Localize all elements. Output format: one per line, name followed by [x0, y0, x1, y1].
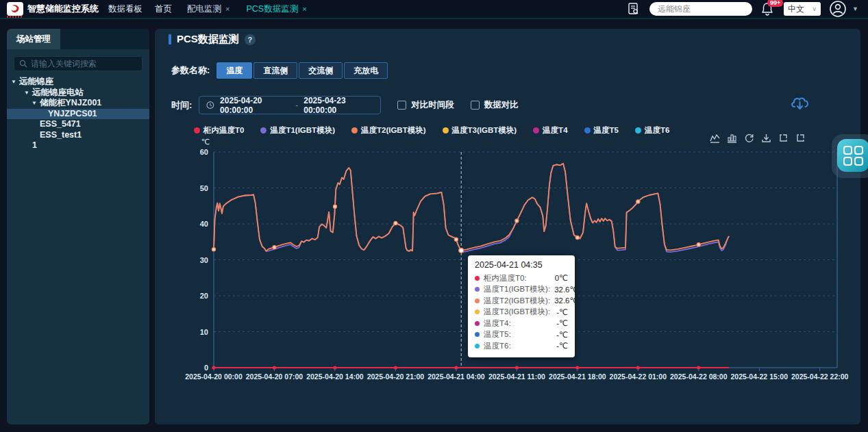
station-tree: ▼远能锦座▼远能锦座电站▼储能柜YNJZ001YNJZPCS01ESS_5471… — [7, 77, 149, 151]
station-search-input[interactable] — [649, 2, 752, 16]
tree-node-1[interactable]: 1 — [7, 140, 149, 151]
tree-expand-icon[interactable]: ▼ — [24, 88, 29, 99]
series-name: 温度T2(IGBT模块): — [484, 296, 550, 306]
page-title: PCS数据监测 — [177, 33, 239, 46]
app-grid-icon — [843, 146, 863, 166]
sidebar-search — [14, 56, 142, 71]
series-value: -℃ — [556, 330, 568, 340]
legend-dot — [351, 127, 358, 134]
checkbox-group: 对比时间段数据对比 — [381, 99, 519, 111]
param-tab-交流侧[interactable]: 交流侧 — [299, 62, 343, 79]
export-download-button[interactable] — [788, 92, 815, 116]
nav-tab-0[interactable]: 配电监测× — [187, 3, 230, 15]
nav-tab-label: 配电监测 — [187, 3, 221, 15]
series-value: 32.6℃ — [554, 285, 578, 294]
series-dot — [475, 332, 480, 337]
tree-expand-icon[interactable]: ▼ — [11, 77, 16, 88]
svg-text:2025-04-21 18:00: 2025-04-21 18:00 — [549, 372, 606, 381]
checkbox-数据对比[interactable]: 数据对比 — [471, 99, 519, 111]
sidebar-tabstrip: 场站管理 — [7, 29, 149, 49]
tooltip-row: 温度T2(IGBT模块):32.6℃ — [475, 295, 568, 307]
param-tab-直流侧[interactable]: 直流侧 — [253, 62, 297, 79]
chevron-down-icon: ∨ — [812, 5, 817, 12]
time-start-value: 2025-04-20 00:00:00 — [220, 96, 290, 115]
avatar[interactable] — [829, 0, 847, 18]
floating-quick-menu-button[interactable] — [837, 139, 868, 172]
tree-node-ESS_5471[interactable]: ESS_5471 — [7, 119, 149, 130]
legend-item-温度T2(IGBT模块)[interactable]: 温度T2(IGBT模块) — [351, 125, 426, 136]
svg-text:2025-04-22 01:00: 2025-04-22 01:00 — [610, 372, 667, 381]
close-icon[interactable]: × — [225, 5, 230, 13]
legend-item-温度T5[interactable]: 温度T5 — [584, 125, 619, 136]
series-value: -℃ — [556, 307, 568, 317]
legend-item-温度T6[interactable]: 温度T6 — [635, 125, 669, 136]
series-dot — [475, 287, 480, 292]
tooltip-rows: 柜内温度T0:0℃温度T1(IGBT模块):32.6℃温度T2(IGBT模块):… — [475, 272, 568, 352]
tree-node-label: ESS_test1 — [7, 130, 82, 141]
tree-node-远能锦座电站[interactable]: ▼远能锦座电站 — [7, 88, 149, 99]
svg-text:2025-04-20 14:00: 2025-04-20 14:00 — [306, 372, 364, 381]
legend-label: 温度T2(IGBT模块) — [361, 125, 426, 136]
logo-subtext — [7, 16, 23, 18]
checkbox-box[interactable] — [471, 101, 480, 110]
legend-label: 温度T5 — [594, 125, 619, 136]
chart-legend: 柜内温度T0温度T1(IGBT模块)温度T2(IGBT模块)温度T3(IGBT模… — [194, 125, 669, 136]
svg-text:20: 20 — [200, 292, 208, 300]
param-row: 参数名称: 温度直流侧交流侧充放电 — [171, 62, 388, 79]
tree-node-YNJZPCS01[interactable]: YNJZPCS01 — [7, 109, 149, 120]
legend-dot — [194, 127, 200, 134]
tree-node-label: 储能柜YNJZ001 — [7, 98, 101, 109]
tooltip-row: 温度T5:-℃ — [475, 329, 568, 341]
nav-tab-1[interactable]: PCS数据监测× — [246, 3, 306, 15]
help-icon[interactable]: ? — [245, 34, 256, 45]
svg-text:2025-04-22 22:00: 2025-04-22 22:00 — [791, 372, 849, 381]
station-sidebar: 场站管理 ▼远能锦座▼远能锦座电站▼储能柜YNJZ001YNJZPCS01ESS… — [7, 29, 149, 424]
param-tab-温度[interactable]: 温度 — [216, 62, 252, 79]
nav-menu-item-0[interactable]: 数据看板 — [108, 3, 142, 15]
legend-item-温度T3(IGBT模块)[interactable]: 温度T3(IGBT模块) — [443, 125, 517, 136]
page-title-row: PCS数据监测 ? — [169, 33, 256, 46]
checkbox-label: 对比时间段 — [411, 99, 454, 111]
notification-bell[interactable]: 99+ — [760, 1, 776, 16]
svg-text:50: 50 — [200, 184, 208, 192]
tree-node-远能锦座[interactable]: ▼远能锦座 — [7, 77, 149, 88]
param-label: 参数名称: — [171, 64, 210, 77]
checkbox-box[interactable] — [397, 101, 406, 110]
series-name: 温度T5: — [484, 329, 511, 340]
tree-node-储能柜YNJZ001[interactable]: ▼储能柜YNJZ001 — [7, 98, 149, 109]
legend-dot — [635, 127, 641, 134]
navbar-right: 99+ 中文 ∨ ▼ — [626, 0, 868, 18]
series-dot — [475, 344, 480, 348]
param-tab-group: 温度直流侧交流侧充放电 — [216, 62, 388, 79]
svg-text:30: 30 — [200, 256, 208, 264]
legend-dot — [260, 127, 266, 134]
tree-node-ESS_test1[interactable]: ESS_test1 — [7, 130, 149, 141]
tooltip-row: 柜内温度T0:0℃ — [475, 272, 568, 284]
sidebar-search-input[interactable] — [31, 59, 137, 68]
series-value: 32.6℃ — [554, 296, 578, 305]
language-select[interactable]: 中文 ∨ — [784, 2, 821, 16]
time-label: 时间: — [171, 99, 192, 112]
user-menu-caret-icon[interactable]: ▼ — [852, 5, 858, 12]
tree-expand-icon[interactable]: ▼ — [32, 98, 37, 109]
legend-label: 温度T6 — [645, 125, 669, 136]
main-panel: PCS数据监测 ? 参数名称: 温度直流侧交流侧充放电 时间: 2025-04-… — [155, 29, 860, 424]
legend-dot — [443, 127, 449, 134]
svg-text:60: 60 — [200, 148, 208, 156]
report-icon[interactable] — [626, 1, 641, 16]
tree-node-label: YNJZPCS01 — [7, 109, 97, 120]
time-range-input[interactable]: 2025-04-20 00:00:00 - 2025-04-23 00:00:0… — [199, 96, 381, 114]
legend-item-温度T1(IGBT模块)[interactable]: 温度T1(IGBT模块) — [260, 125, 335, 136]
logo-swoosh-icon — [9, 3, 21, 14]
series-dot — [475, 298, 480, 303]
checkbox-对比时间段[interactable]: 对比时间段 — [397, 99, 454, 111]
nav-menu-item-1[interactable]: 首页 — [155, 3, 172, 15]
legend-label: 柜内温度T0 — [203, 125, 244, 136]
param-tab-充放电[interactable]: 充放电 — [344, 62, 388, 79]
close-icon[interactable]: × — [302, 5, 306, 13]
legend-item-温度T4[interactable]: 温度T4 — [533, 125, 567, 136]
legend-label: 温度T1(IGBT模块) — [270, 125, 335, 136]
series-value: -℃ — [556, 318, 568, 328]
tab-station-management[interactable]: 场站管理 — [7, 29, 60, 49]
legend-item-柜内温度T0[interactable]: 柜内温度T0 — [194, 125, 244, 136]
